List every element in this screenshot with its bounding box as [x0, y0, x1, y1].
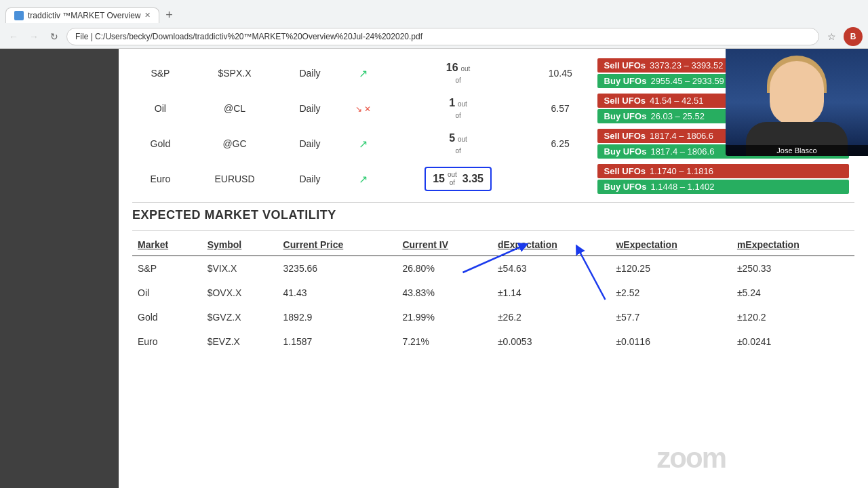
table-cell: Gold	[132, 305, 202, 329]
tab-label: traddictiv ™MARKET Overview	[28, 11, 140, 20]
main-content: S&P $SPX.X Daily ↗ 16 outof 10.45 Sell U…	[0, 49, 868, 488]
tab-close-button[interactable]: ✕	[144, 11, 151, 20]
table-cell: ±54.63	[492, 256, 611, 281]
table-cell: $OVX.X	[202, 281, 278, 305]
table-cell: ±120.25	[610, 256, 731, 281]
score-cell: 5 outof	[387, 126, 529, 161]
table-cell: ±120.2	[732, 305, 854, 329]
table-cell: 26.80%	[397, 256, 492, 281]
webcam-face	[770, 61, 824, 125]
market-cell: Oil	[132, 91, 189, 126]
levels-cell: Sell UFOs 1.1740 – 1.1816 Buy UFOs 1.144…	[592, 161, 854, 197]
buy-ufo-badge: Buy UFOs 1.1448 – 1.1402	[597, 180, 849, 194]
col-header-current-price: Current Price	[278, 237, 397, 256]
trend-up-icon: ↗	[359, 68, 368, 79]
table-cell: 1892.9	[278, 305, 397, 329]
table-row: Euro EURUSD Daily ↗ 15 outof 3.35	[132, 161, 854, 197]
market-cell: Gold	[132, 126, 189, 161]
back-button[interactable]: ←	[5, 28, 22, 45]
new-tab-button[interactable]: +	[159, 5, 178, 24]
section-title: EXPECTED MARKET VOLATILITY	[132, 208, 854, 222]
address-bar-row: ← → ↻ ☆ B	[0, 24, 868, 49]
sell-ufo-badge: Sell UFOs 1.1740 – 1.1816	[597, 164, 849, 178]
table-cell: 41.43	[278, 281, 397, 305]
trend-cell: ↗	[339, 126, 387, 161]
market-cell: S&P	[132, 56, 189, 91]
active-tab[interactable]: traddictiv ™MARKET Overview ✕	[5, 7, 159, 23]
iv-cell: 10.45	[529, 56, 592, 91]
section-divider-2	[132, 230, 854, 231]
table-cell: Oil	[132, 281, 202, 305]
col-header-market: Market	[132, 237, 202, 256]
col-header-symbol: Symbol	[202, 237, 278, 256]
market-cell: Euro	[132, 161, 189, 197]
col-header-w-expectation: wExpectation	[610, 237, 731, 256]
table-cell: 3235.66	[278, 256, 397, 281]
pdf-sidebar	[0, 49, 119, 488]
timeframe-cell: Daily	[281, 56, 339, 91]
table-cell: S&P	[132, 256, 202, 281]
trend-cell: ↗	[339, 161, 387, 197]
timeframe-cell: Daily	[281, 126, 339, 161]
symbol-cell: $SPX.X	[189, 56, 281, 91]
forward-button[interactable]: →	[26, 28, 42, 45]
symbol-cell: @CL	[189, 91, 281, 126]
table-row: Oil$OVX.X41.4343.83%±1.14±2.52±5.24	[132, 281, 854, 305]
table-cell: ±0.0116	[610, 329, 731, 354]
table-header-row: Market Symbol Current Price Current IV d…	[132, 237, 854, 256]
tab-favicon	[14, 11, 24, 20]
browser-chrome: traddictiv ™MARKET Overview ✕ + ← → ↻ ☆ …	[0, 0, 868, 49]
table-row: S&P$VIX.X3235.6626.80%±54.63±120.25±250.…	[132, 256, 854, 281]
table-cell: ±57.7	[610, 305, 731, 329]
score-cell: 15 outof 3.35	[387, 161, 529, 197]
timeframe-cell: Daily	[281, 91, 339, 126]
address-input[interactable]	[66, 28, 819, 45]
tab-bar: traddictiv ™MARKET Overview ✕ +	[0, 0, 868, 24]
symbol-cell: @GC	[189, 126, 281, 161]
table-cell: ±0.0241	[732, 329, 854, 354]
timeframe-cell: Daily	[281, 161, 339, 197]
table-cell: ±250.33	[732, 256, 854, 281]
trend-cell: ↗	[339, 56, 387, 91]
highlighted-score: 15 outof 3.35	[425, 167, 492, 191]
symbol-cell: EURUSD	[189, 161, 281, 197]
table-cell: $GVZ.X	[202, 305, 278, 329]
volatility-table: Market Symbol Current Price Current IV d…	[132, 237, 854, 354]
table-row: Euro$EVZ.X1.15877.21%±0.0053±0.0116±0.02…	[132, 329, 854, 354]
trend-up-icon: ↗	[359, 174, 368, 185]
webcam-person	[726, 49, 868, 156]
iv-cell	[529, 161, 592, 197]
iv-cell: 6.57	[529, 91, 592, 126]
table-cell: ±26.2	[492, 305, 611, 329]
col-header-d-expectation: dExpectation	[492, 237, 611, 256]
table-cell: 43.83%	[397, 281, 492, 305]
table-cell: ±0.0053	[492, 329, 611, 354]
table-cell: $EVZ.X	[202, 329, 278, 354]
webcam-name-tag: Jose Blasco	[726, 145, 868, 156]
trend-cell: ↘ ✕	[339, 91, 387, 126]
trend-mixed-icon: ↘ ✕	[355, 104, 371, 114]
table-cell: 7.21%	[397, 329, 492, 354]
col-header-current-iv: Current IV	[397, 237, 492, 256]
section-divider	[132, 202, 854, 203]
profile-button[interactable]: B	[844, 27, 863, 46]
score-cell: 16 outof	[387, 56, 529, 91]
table-cell: 1.1587	[278, 329, 397, 354]
iv-cell: 6.25	[529, 126, 592, 161]
col-header-m-expectation: mExpectation	[732, 237, 854, 256]
refresh-button[interactable]: ↻	[46, 28, 62, 45]
table-cell: $VIX.X	[202, 256, 278, 281]
table-cell: Euro	[132, 329, 202, 354]
score-cell: 1 outof	[387, 91, 529, 126]
table-cell: ±1.14	[492, 281, 611, 305]
zoom-watermark: zoom	[656, 442, 726, 474]
bookmark-button[interactable]: ☆	[823, 28, 840, 45]
table-row: Gold$GVZ.X1892.921.99%±26.2±57.7±120.2	[132, 305, 854, 329]
webcam-overlay: Jose Blasco	[726, 49, 868, 156]
table-cell: 21.99%	[397, 305, 492, 329]
table-cell: ±5.24	[732, 281, 854, 305]
trend-up-icon: ↗	[359, 138, 368, 150]
table-cell: ±2.52	[610, 281, 731, 305]
